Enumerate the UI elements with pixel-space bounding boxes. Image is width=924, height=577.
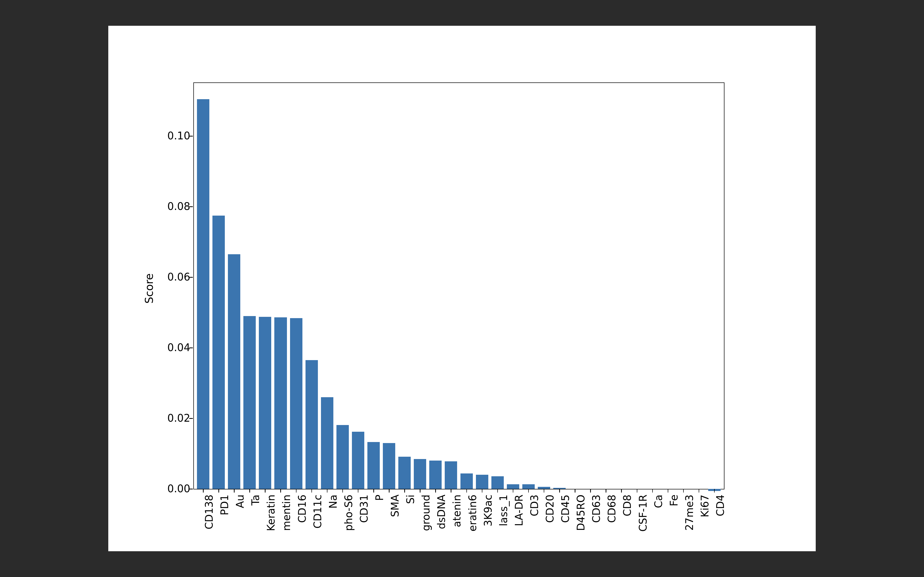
- x-tick-label: CD138: [203, 477, 215, 512]
- x-tick-label: Ki67: [699, 483, 711, 506]
- x-tick-label: SMA: [389, 483, 401, 506]
- y-tick-label: 0.06: [167, 271, 190, 283]
- y-tick-label: 0.00: [167, 483, 190, 495]
- y-tick-label: 0.02: [167, 412, 190, 424]
- x-tick-label: CD63: [590, 480, 602, 509]
- x-tick-label: LA-DR: [513, 479, 525, 511]
- x-tick-label: CSF-1R: [637, 476, 649, 513]
- y-tick-label: 0.04: [167, 342, 190, 353]
- x-tick-label: CD45: [559, 480, 571, 509]
- x-tick-label: eratin6: [467, 476, 478, 513]
- x-tick-label: Na: [327, 488, 339, 501]
- figure-canvas: Score 0.000.020.040.060.080.10CD138PD1Au…: [108, 26, 816, 551]
- x-tick-label: Ta: [250, 489, 262, 500]
- x-tick-label: pho-S6: [342, 476, 354, 513]
- x-tick-label: lass_1: [498, 479, 509, 511]
- x-tick-label: Fe: [668, 488, 680, 500]
- bar: [243, 316, 256, 489]
- bar: [212, 216, 225, 489]
- x-tick-label: CD4: [714, 484, 726, 505]
- x-tick-label: Ca: [653, 488, 664, 501]
- y-tick-label: 0.08: [167, 200, 190, 212]
- x-tick-label: P: [373, 492, 385, 498]
- x-tick-label: Au: [234, 488, 246, 501]
- x-tick-label: Keratin: [265, 476, 277, 513]
- page-root: Score 0.000.020.040.060.080.10CD138PD1Au…: [0, 0, 924, 577]
- x-tick-label: CD3: [528, 484, 540, 505]
- bar: [305, 360, 318, 489]
- x-tick-label: Si: [404, 490, 416, 500]
- x-tick-label: atenin: [451, 478, 463, 511]
- bar: [290, 318, 302, 489]
- bar: [274, 318, 287, 489]
- bar: [321, 397, 333, 489]
- x-tick-label: CD11c: [312, 477, 323, 512]
- x-tick-label: CD16: [296, 480, 308, 509]
- bar: [228, 254, 240, 489]
- y-tick-label: 0.10: [167, 130, 190, 142]
- x-tick-label: CD68: [606, 480, 618, 509]
- bar: [259, 317, 271, 489]
- x-tick-label: CD8: [621, 484, 633, 505]
- x-tick-label: CD20: [544, 480, 556, 509]
- x-tick-label: mentin: [281, 476, 292, 513]
- x-tick-label: 27me3: [683, 477, 695, 513]
- x-tick-label: 3K9ac: [482, 479, 494, 511]
- x-tick-label: CD31: [358, 480, 370, 509]
- y-axis-label: Score: [143, 273, 155, 304]
- x-tick-label: PD1: [219, 484, 231, 505]
- bar: [383, 443, 395, 489]
- x-tick-label: ground: [420, 476, 432, 513]
- x-tick-label: D45RO: [575, 477, 587, 513]
- plot-area: [194, 83, 724, 489]
- bar: [197, 99, 209, 489]
- x-tick-label: dsDNA: [435, 477, 447, 512]
- axes-frame: 0.000.020.040.060.080.10CD138PD1AuTaKera…: [193, 82, 724, 489]
